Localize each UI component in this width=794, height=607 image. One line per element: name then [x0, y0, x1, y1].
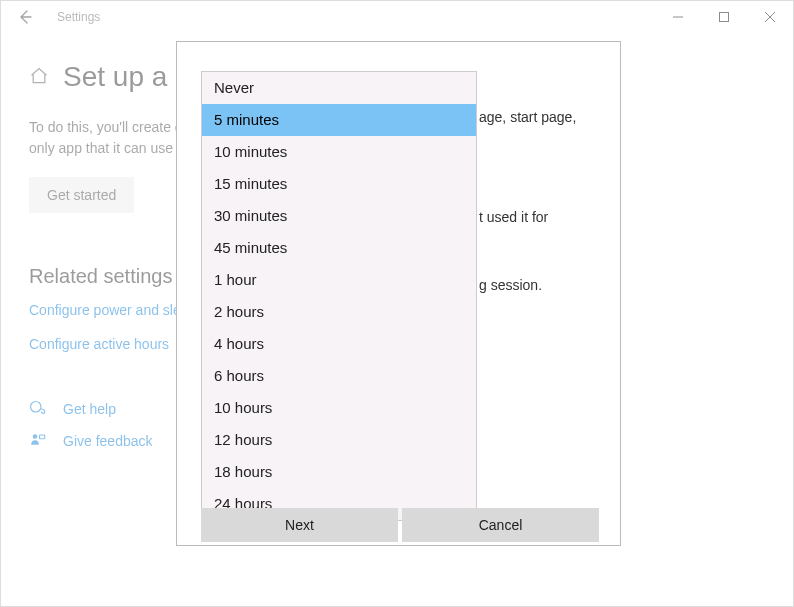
dialog-text-fragment-3: g session.: [479, 277, 542, 293]
listitem-12-hours[interactable]: 12 hours: [202, 424, 476, 456]
dialog-button-row: Next Cancel: [201, 508, 599, 542]
listitem-never[interactable]: Never: [202, 72, 476, 104]
dialog-text-fragment-2: t used it for: [479, 209, 548, 225]
listitem-10-hours[interactable]: 10 hours: [202, 392, 476, 424]
listitem-18-hours[interactable]: 18 hours: [202, 456, 476, 488]
listitem-4-hours[interactable]: 4 hours: [202, 328, 476, 360]
listitem-45-minutes[interactable]: 45 minutes: [202, 232, 476, 264]
listitem-1-hour[interactable]: 1 hour: [202, 264, 476, 296]
listitem-2-hours[interactable]: 2 hours: [202, 296, 476, 328]
listitem-6-hours[interactable]: 6 hours: [202, 360, 476, 392]
listitem-10-minutes[interactable]: 10 minutes: [202, 136, 476, 168]
listitem-5-minutes[interactable]: 5 minutes: [202, 104, 476, 136]
listitem-15-minutes[interactable]: 15 minutes: [202, 168, 476, 200]
dialog-text-fragment-1: age, start page,: [479, 109, 576, 125]
listitem-30-minutes[interactable]: 30 minutes: [202, 200, 476, 232]
idle-timeout-listbox[interactable]: Never5 minutes10 minutes15 minutes30 min…: [201, 71, 477, 521]
cancel-button[interactable]: Cancel: [402, 508, 599, 542]
next-button[interactable]: Next: [201, 508, 398, 542]
